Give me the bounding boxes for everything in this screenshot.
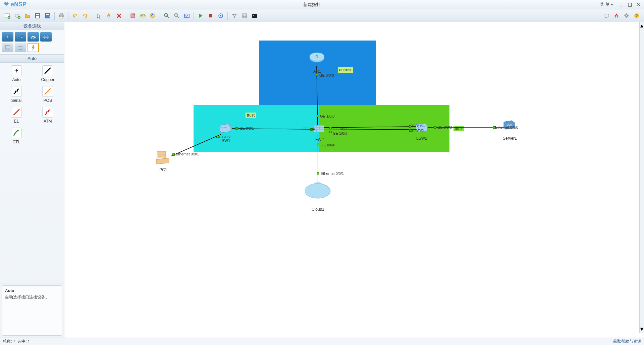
canvas-wrap: untrust trust dmz R AR1 [64, 22, 644, 338]
toolbar: ? [0, 9, 644, 22]
label-cloud1: Cloud1 [312, 207, 324, 212]
new-device-button[interactable] [13, 11, 22, 20]
svg-rect-38 [18, 36, 23, 38]
label-trust[interactable]: trust [246, 113, 256, 118]
port-cloud1-eth001: Ethernet 0/0/1 [321, 171, 344, 176]
port-dot [434, 126, 436, 129]
category-switch[interactable] [15, 32, 26, 42]
settings-button[interactable] [622, 11, 631, 20]
huawei-icon[interactable] [612, 11, 621, 20]
pan-button[interactable] [104, 11, 114, 20]
svg-point-21 [152, 16, 153, 17]
undo-button[interactable] [70, 11, 80, 20]
port-ar1-ge000: GE 0/0/0 [319, 73, 334, 77]
status-help[interactable]: 获取帮助与资源 [613, 339, 641, 344]
cable-list: Auto Copper Serial POS E1 ATM CTL [0, 63, 64, 283]
palette-button[interactable] [148, 11, 158, 20]
category-enddevice[interactable] [2, 43, 13, 52]
titlebar: eNSP 新建拓扑 菜 单 ▼ [0, 0, 644, 9]
node-ar1[interactable]: R [309, 52, 325, 65]
cli-button[interactable] [250, 11, 259, 20]
message-button[interactable] [602, 11, 611, 20]
window-title: 新建拓扑 [26, 2, 597, 8]
print-button[interactable] [57, 11, 66, 20]
category-cloud[interactable] [15, 43, 26, 52]
cable-ctl[interactable]: CTL [3, 128, 30, 144]
zoom-fit-button[interactable] [182, 11, 192, 20]
topology-canvas[interactable]: untrust trust dmz R AR1 [64, 22, 644, 338]
port-fw2-ge103: GE 1/0/3 [333, 131, 347, 135]
label-fw2: FW2 [315, 137, 324, 142]
category-wlan[interactable] [28, 32, 39, 42]
app-name: eNSP [11, 1, 26, 8]
port-dot [329, 127, 332, 129]
topo-layout-button[interactable] [230, 11, 239, 20]
port-dot [172, 153, 175, 156]
svg-rect-13 [60, 16, 63, 18]
node-cloud1[interactable] [303, 180, 332, 200]
port-dot [329, 131, 332, 133]
cable-atm[interactable]: ATM [34, 107, 62, 124]
label-untrust[interactable]: untrust [338, 67, 353, 73]
port-lsw2-ge002: GE 0/0/2 [409, 129, 424, 133]
svg-rect-31 [243, 14, 247, 18]
label-lsw2: LSW2 [416, 136, 427, 141]
port-lsw1-ge002: GE 0/0/2 [216, 135, 230, 139]
start-button[interactable] [196, 11, 205, 20]
node-lsw1[interactable] [218, 122, 232, 134]
port-dot [235, 127, 238, 130]
device-categories [0, 30, 64, 55]
category-connection[interactable] [28, 43, 39, 52]
label-dmz[interactable]: dmz [453, 126, 464, 131]
svg-point-18 [144, 15, 145, 16]
pointer-button[interactable] [94, 11, 104, 20]
info-box: Auto 自动选择接口连接设备。 [2, 285, 62, 336]
svg-point-39 [33, 39, 34, 40]
label-pc1: PC1 [159, 167, 167, 172]
capture-button[interactable] [216, 11, 225, 20]
port-dot [317, 172, 319, 175]
maximize-button[interactable] [626, 1, 634, 8]
port-server1-eth000: Ethernet 0/0/0 [495, 125, 518, 129]
svg-point-34 [626, 15, 628, 17]
status-sel: 1 [28, 339, 30, 344]
cable-pos[interactable]: POS [34, 86, 62, 103]
close-button[interactable] [635, 1, 643, 8]
stop-button[interactable] [206, 11, 215, 20]
port-lsw2-ge001: GE 0/0/1 [409, 124, 424, 128]
svg-point-60 [305, 184, 330, 198]
port-fw2-ge000: GE 0/0/0 [321, 143, 335, 147]
left-panel: 设备连线 Auto Auto Copper Serial POS E1 ATM … [0, 22, 64, 338]
text-button[interactable] [138, 11, 148, 20]
delete-button[interactable] [114, 11, 124, 20]
category-router[interactable] [2, 32, 13, 42]
svg-point-17 [143, 15, 143, 16]
app-logo: eNSP [3, 1, 26, 8]
new-topo-button[interactable] [3, 11, 12, 20]
node-pc1[interactable] [154, 150, 171, 165]
help-button[interactable]: ? [632, 11, 641, 20]
label-lsw1: LSW1 [219, 138, 230, 143]
save-button[interactable] [33, 11, 42, 20]
cable-e1[interactable]: E1 [3, 107, 30, 124]
zone-trust[interactable] [194, 105, 319, 152]
zoom-out-button[interactable] [172, 11, 181, 20]
status-sel-label: 选中: [17, 339, 26, 344]
minimize-button[interactable] [617, 1, 625, 8]
saveas-button[interactable] [43, 11, 52, 20]
open-button[interactable] [23, 11, 32, 20]
scrollbar-vertical[interactable]: ▲▼ [639, 22, 644, 333]
zoom-in-button[interactable] [162, 11, 171, 20]
menu-button[interactable]: 菜 单 ▼ [597, 1, 616, 8]
category-firewall[interactable] [40, 32, 52, 42]
info-desc: 自动选择接口连接设备。 [5, 294, 59, 300]
svg-rect-10 [46, 14, 49, 15]
cable-serial[interactable]: Serial [3, 86, 30, 103]
redo-button[interactable] [80, 11, 90, 20]
cable-copper[interactable]: Copper [34, 65, 62, 82]
port-fw2-ge102: GE 1/0/2 [333, 127, 347, 131]
svg-text:?: ? [636, 14, 638, 18]
grid-button[interactable] [240, 11, 249, 20]
broom-button[interactable] [128, 11, 138, 20]
cable-auto[interactable]: Auto [3, 65, 30, 82]
